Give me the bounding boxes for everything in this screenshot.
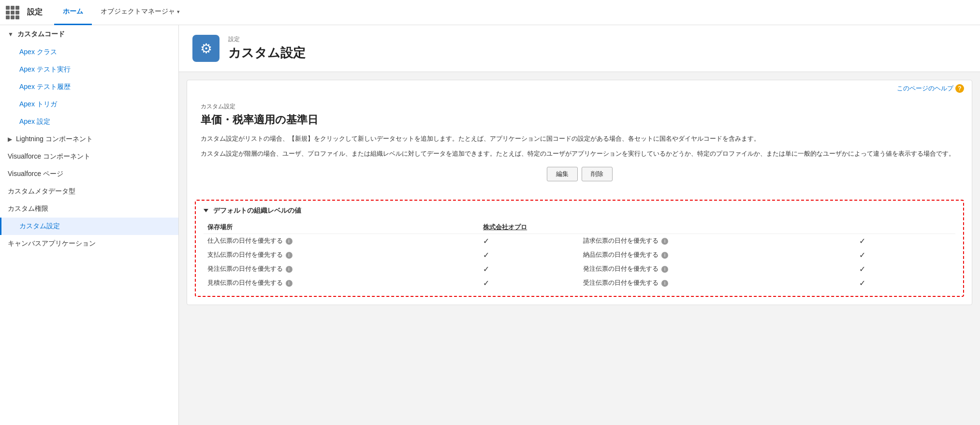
header-card: ⚙ 設定 カスタム設定 [179,25,980,72]
col-header-empty1 [579,221,855,234]
table-row: 仕入伝票の日付を優先する i ✓ 請求伝票の日付を優先する i [204,234,955,248]
sidebar-item-apex-test-run[interactable]: Apex テスト実行 [0,61,178,78]
content-body: カスタム設定 単価・税率適用の基準日 カスタム設定がリストの場合、【新規】をクリ… [187,93,972,196]
main-layout: ▼ カスタムコード Apex クラス Apex テスト実行 Apex テスト履歴… [0,25,980,425]
section-header: デフォルトの組織レベルの値 [204,206,955,215]
col-header-company: 株式会社オプロ [479,221,579,234]
right-label-0: 請求伝票の日付を優先する i [579,234,855,248]
content-area: ⚙ 設定 カスタム設定 このページのヘルプ ? カスタム設定 単価・税率適用の基… [179,25,980,425]
info-icon-3r[interactable]: i [661,280,668,287]
col-header-empty2 [855,221,955,234]
description-2: カスタム設定が階層の場合、ユーザ、プロファイル、または組織レベルに対してデータを… [201,149,958,159]
inner-content-card: このページのヘルプ ? カスタム設定 単価・税率適用の基準日 カスタム設定がリス… [187,80,972,305]
help-icon[interactable]: ? [955,84,964,93]
left-check-2: ✓ [479,262,579,276]
header-text: 設定 カスタム設定 [228,35,306,61]
left-label-3: 見積伝票の日付を優先する i [204,276,479,290]
right-check-1: ✓ [855,248,955,262]
sidebar: ▼ カスタムコード Apex クラス Apex テスト実行 Apex テスト履歴… [0,25,179,425]
info-icon-2r[interactable]: i [661,266,668,273]
header-title: カスタム設定 [228,44,306,61]
page-title: 単価・税率適用の基準日 [201,113,958,127]
sidebar-item-visualforce-page[interactable]: Visualforce ページ [0,165,178,183]
col-header-storage: 保存場所 [204,221,479,234]
sidebar-item-apex-test-history[interactable]: Apex テスト履歴 [0,78,178,96]
right-check-3: ✓ [855,276,955,290]
info-icon-1l[interactable]: i [286,252,293,259]
right-check-2: ✓ [855,262,955,276]
sidebar-item-visualforce-component[interactable]: Visualforce コンポーネント [0,148,178,165]
header-subtitle: 設定 [228,35,306,44]
nav-title: 設定 [27,7,43,17]
tab-object-manager[interactable]: オブジェクトマネージャ ▾ [92,0,189,25]
info-icon-0r[interactable]: i [661,238,668,245]
info-icon-1r[interactable]: i [661,252,668,259]
default-values-section: デフォルトの組織レベルの値 保存場所 株式会社オプロ [195,200,964,297]
data-table: 保存場所 株式会社オプロ [204,221,955,290]
sidebar-item-custom-setting[interactable]: カスタム設定 [0,218,178,235]
sidebar-item-apex-class[interactable]: Apex クラス [0,44,178,61]
triangle-icon [204,209,208,212]
help-link-row: このページのヘルプ ? [187,80,972,93]
sidebar-section-lightning[interactable]: ▶ Lightning コンポーネント [0,131,178,148]
sidebar-item-custom-permission[interactable]: カスタム権限 [0,200,178,218]
expand-icon-lightning: ▶ [8,136,12,143]
sidebar-item-apex-trigger[interactable]: Apex トリガ [0,96,178,113]
left-label-2: 発注伝票の日付を優先する i [204,262,479,276]
delete-button[interactable]: 削除 [582,167,613,181]
left-check-1: ✓ [479,248,579,262]
left-check-0: ✓ [479,234,579,248]
sidebar-section-custom-code[interactable]: ▼ カスタムコード [0,25,178,44]
table-row: 見積伝票の日付を優先する i ✓ 受注伝票の日付を優先する i [204,276,955,290]
settings-icon: ⚙ [192,35,219,62]
right-label-3: 受注伝票の日付を優先する i [579,276,855,290]
sidebar-item-custom-metadata[interactable]: カスタムメタデータ型 [0,183,178,200]
left-label-1: 支払伝票の日付を優先する i [204,248,479,262]
apps-icon[interactable] [6,6,19,19]
breadcrumb: カスタム設定 [201,103,958,111]
table-row: 支払伝票の日付を優先する i ✓ 納品伝票の日付を優先する i [204,248,955,262]
chevron-down-icon: ▾ [177,9,180,15]
right-check-0: ✓ [855,234,955,248]
help-link[interactable]: このページのヘルプ [897,84,953,93]
left-label-0: 仕入伝票の日付を優先する i [204,234,479,248]
right-label-2: 発注伝票の日付を優先する i [579,262,855,276]
top-nav: 設定 ホーム オブジェクトマネージャ ▾ [0,0,980,25]
inner-scroll[interactable]: このページのヘルプ ? カスタム設定 単価・税率適用の基準日 カスタム設定がリス… [187,80,972,305]
info-icon-3l[interactable]: i [286,280,293,287]
tab-home[interactable]: ホーム [54,0,92,25]
sidebar-item-canvas-app[interactable]: キャンバスアプリケーション [0,235,178,252]
edit-button[interactable]: 編集 [547,167,578,181]
info-icon-0l[interactable]: i [286,238,293,245]
right-label-1: 納品伝票の日付を優先する i [579,248,855,262]
description-1: カスタム設定がリストの場合、【新規】をクリックして新しいデータセットを追加します… [201,134,958,144]
table-row: 発注伝票の日付を優先する i ✓ 発注伝票の日付を優先する i [204,262,955,276]
sidebar-item-apex-settings[interactable]: Apex 設定 [0,113,178,131]
button-row: 編集 削除 [201,167,958,181]
info-icon-2l[interactable]: i [286,266,293,273]
collapse-icon: ▼ [8,31,14,38]
left-check-3: ✓ [479,276,579,290]
